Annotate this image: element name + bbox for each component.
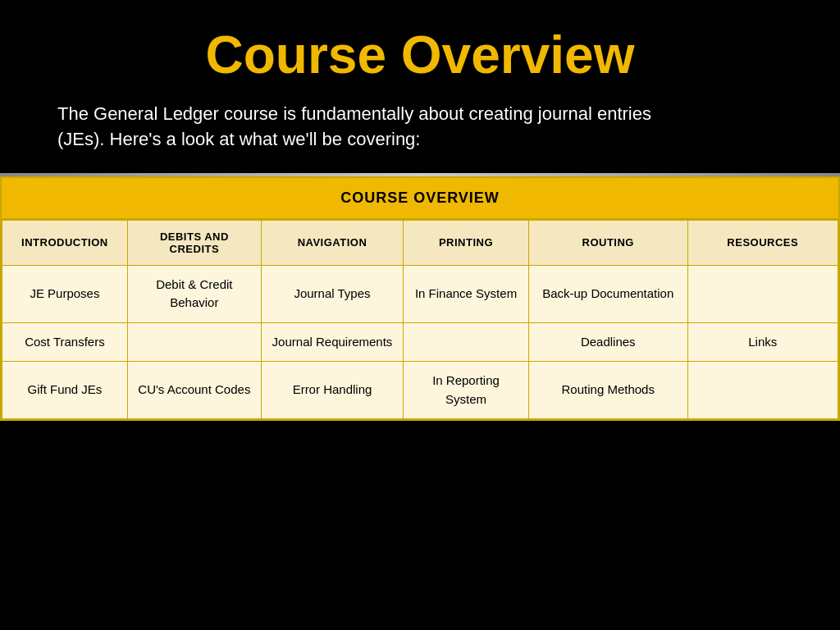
cell-nav-1: Journal Requirements (261, 322, 403, 362)
cell-print-1 (404, 322, 529, 362)
cell-resources-2 (687, 362, 838, 419)
cell-routing-0: Back-up Documentation (528, 265, 687, 322)
page-title: Course Overview (49, 25, 791, 85)
top-section: Course Overview The General Ledger cours… (0, 0, 840, 173)
col-header-routing: ROUTING (528, 220, 687, 265)
col-header-intro: INTRODUCTION (2, 220, 128, 265)
cell-routing-1: Deadlines (528, 322, 687, 362)
table-row: Gift Fund JEs CU's Account Codes Error H… (2, 362, 838, 419)
cell-intro-0: JE Purposes (2, 265, 128, 322)
cell-routing-2: Routing Methods (528, 362, 687, 419)
table-header-row: INTRODUCTION DEBITS AND CREDITS NAVIGATI… (2, 220, 838, 265)
table-row: JE Purposes Debit & Credit Behavior Jour… (2, 265, 838, 322)
course-overview-table: COURSE OVERVIEW INTRODUCTION DEBITS AND … (0, 176, 840, 422)
table-row: Cost Transfers Journal Requirements Dead… (2, 322, 838, 362)
col-header-resources: RESOURCES (687, 220, 838, 265)
cell-nav-0: Journal Types (261, 265, 403, 322)
subtitle: The General Ledger course is fundamental… (49, 102, 791, 153)
cell-print-0: In Finance System (404, 265, 529, 322)
col-header-nav: NAVIGATION (261, 220, 403, 265)
col-header-debits: DEBITS AND CREDITS (127, 220, 261, 265)
cell-resources-1: Links (687, 322, 838, 362)
cell-intro-1: Cost Transfers (2, 322, 128, 362)
cell-print-2: In Reporting System (404, 362, 529, 419)
cell-intro-2: Gift Fund JEs (2, 362, 128, 419)
subtitle-line1: The General Ledger course is fundamental… (57, 103, 651, 124)
cell-nav-2: Error Handling (261, 362, 403, 419)
table-main-title: COURSE OVERVIEW (2, 178, 838, 220)
cell-resources-0 (687, 265, 838, 322)
cell-debits-0: Debit & Credit Behavior (127, 265, 261, 322)
cell-debits-2: CU's Account Codes (127, 362, 261, 419)
subtitle-line2: (JEs). Here's a look at what we'll be co… (57, 129, 420, 149)
bottom-section: COURSE OVERVIEW INTRODUCTION DEBITS AND … (0, 176, 840, 422)
cell-debits-1 (127, 322, 261, 362)
col-header-print: PRINTING (404, 220, 529, 265)
